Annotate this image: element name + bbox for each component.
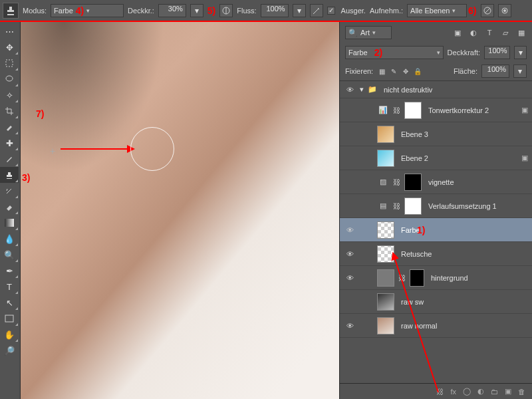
layer-row[interactable]: 👁 ⛓ hintergrund (340, 266, 532, 290)
layer-row[interactable]: raw sw (340, 290, 532, 314)
opacity-label: Deckkr.: (128, 7, 154, 15)
dodge-tool-icon[interactable]: 🔍 (0, 247, 19, 263)
fill-stepper[interactable]: ▾ (513, 65, 527, 78)
layer-row[interactable]: Ebene 3 (340, 122, 532, 146)
gradient-tool-icon[interactable] (0, 215, 19, 231)
folder-icon: 📁 (368, 85, 377, 94)
visibility-icon[interactable]: 👁 (344, 86, 356, 94)
blur-tool-icon[interactable]: 💧 (0, 231, 19, 247)
group-name[interactable]: nicht destruktiv (381, 86, 532, 94)
layer-name[interactable]: Verlaufsumsetzung 1 (426, 202, 532, 210)
history-brush-tool-icon[interactable] (0, 183, 19, 199)
tab-handle-icon[interactable]: ⋯ (0, 23, 19, 39)
mode-value: Farbe (54, 7, 73, 15)
filter-type-icon[interactable]: T (484, 28, 495, 37)
mask-thumb[interactable] (404, 102, 422, 119)
mask-thumb[interactable] (410, 269, 424, 287)
shape-tool-icon[interactable] (0, 311, 19, 327)
move-tool-icon[interactable]: ✥ (0, 39, 19, 55)
filter-image-icon[interactable]: ▣ (452, 28, 463, 37)
blend-mode-dropdown[interactable]: Farbe 2) ▾ (345, 46, 444, 59)
layer-name[interactable]: Tonwertkorrektur 2 (426, 106, 532, 114)
document-canvas[interactable]: + (21, 22, 339, 399)
filter-shape-icon[interactable]: ▱ (500, 28, 511, 37)
layer-row[interactable]: Ebene 2 ▣ (340, 146, 532, 170)
layer-opacity-input[interactable]: 100% (484, 46, 510, 59)
eyedropper-tool-icon[interactable] (0, 119, 19, 135)
layer-thumb[interactable] (377, 150, 394, 167)
mask-thumb[interactable] (404, 198, 422, 215)
pressure-opacity-icon[interactable] (219, 4, 233, 17)
mask-icon[interactable]: ◯ (463, 387, 471, 396)
layer-thumb[interactable] (377, 293, 394, 311)
adjustment-icon[interactable]: ◐ (477, 387, 484, 396)
filter-smart-icon[interactable]: ▦ (516, 28, 527, 37)
flow-input[interactable]: 100% (261, 4, 289, 17)
layer-row[interactable]: 📊 ⛓ Tonwertkorrektur 2 ▣ (340, 98, 532, 122)
visibility-icon[interactable]: 👁 (344, 322, 356, 330)
layer-thumb[interactable] (377, 221, 394, 239)
layer-name[interactable]: raw sw (398, 298, 532, 306)
layer-name[interactable]: hintergrund (428, 274, 532, 282)
fx-icon[interactable]: fx (450, 388, 456, 396)
type-tool-icon[interactable]: T (0, 279, 19, 295)
filter-adjust-icon[interactable]: ◐ (468, 28, 479, 37)
layer-row[interactable]: ▨ ⛓ vignette (340, 170, 532, 194)
visibility-icon[interactable]: 👁 (344, 250, 356, 258)
opacity-input[interactable]: 30% (158, 4, 186, 17)
pressure-size-icon[interactable] (498, 4, 511, 17)
marquee-tool-icon[interactable] (0, 55, 19, 71)
new-layer-icon[interactable]: ▣ (505, 387, 511, 396)
layer-name[interactable]: vignette (426, 178, 532, 186)
pen-tool-icon[interactable]: ✒ (0, 263, 19, 279)
layer-row[interactable]: 👁 raw normal (340, 314, 532, 338)
visibility-icon[interactable]: 👁 (344, 274, 356, 282)
layer-thumb[interactable] (377, 269, 394, 287)
opacity-stepper[interactable]: ▾ (190, 4, 203, 17)
layer-filter-dropdown[interactable]: 🔍 Art ▾ (345, 26, 392, 39)
layer-opacity-stepper[interactable]: ▾ (514, 46, 527, 59)
crop-tool-icon[interactable] (0, 103, 19, 119)
path-select-tool-icon[interactable]: ↖ (0, 295, 19, 311)
group-icon[interactable]: 🗀 (491, 388, 498, 396)
layer-group-row[interactable]: 👁 ▾ 📁 nicht destruktiv (340, 81, 532, 98)
wand-tool-icon[interactable]: ✧ (0, 87, 19, 103)
lock-transparent-icon[interactable]: ▦ (377, 66, 386, 76)
lock-pixels-icon[interactable]: ✎ (389, 66, 398, 76)
trash-icon[interactable]: 🗑 (518, 388, 525, 396)
ignore-adjustments-icon[interactable] (481, 4, 494, 17)
brush-tool-icon[interactable] (0, 151, 19, 167)
flow-stepper[interactable]: ▾ (293, 4, 306, 17)
airbrush-icon[interactable] (310, 4, 323, 17)
mask-thumb[interactable] (404, 174, 422, 191)
layer-name[interactable]: Ebene 3 (398, 130, 532, 138)
tools-toolbar: ⋯ ✥ ✧ ✚ 💧 🔍 ✒ T ↖ ✋ 🔎 (0, 22, 21, 399)
mode-dropdown[interactable]: Farbe 4) ▾ (51, 4, 124, 17)
disclosure-icon[interactable]: ▾ (360, 85, 364, 94)
layer-thumb[interactable] (377, 317, 394, 334)
hand-tool-icon[interactable]: ✋ (0, 327, 19, 342)
layer-name[interactable]: raw normal (398, 322, 532, 330)
link-icon: ⛓ (393, 178, 400, 186)
layer-name[interactable]: Ebene 2 (398, 154, 532, 162)
stamp-tool-icon[interactable] (0, 167, 19, 183)
chevron-down-icon: ▾ (437, 49, 440, 56)
layer-row[interactable]: 👁 Retusche (340, 242, 532, 266)
heal-tool-icon[interactable]: ✚ (0, 135, 19, 151)
eraser-tool-icon[interactable] (0, 199, 19, 215)
layer-row[interactable]: ▤ ⛓ Verlaufsumsetzung 1 (340, 194, 532, 218)
aligned-checkbox[interactable]: ✓ (327, 7, 335, 15)
lock-position-icon[interactable]: ✥ (401, 66, 410, 76)
fill-input[interactable]: 100% (481, 65, 509, 78)
lasso-tool-icon[interactable] (0, 71, 19, 87)
layer-name[interactable]: Retusche (398, 250, 532, 258)
layer-row-selected[interactable]: 👁 Farbe 1) (340, 218, 532, 242)
visibility-icon[interactable]: 👁 (344, 226, 356, 234)
layer-opacity-label: Deckkraft: (448, 49, 481, 57)
clip-icon: ▣ (521, 154, 528, 162)
lock-all-icon[interactable]: 🔒 (413, 66, 422, 76)
layer-thumb[interactable] (377, 126, 394, 143)
annotation-1: 1) (417, 225, 425, 235)
sample-dropdown[interactable]: Alle Ebenen ▾ (407, 4, 467, 17)
zoom-tool-icon[interactable]: 🔎 (0, 342, 19, 358)
